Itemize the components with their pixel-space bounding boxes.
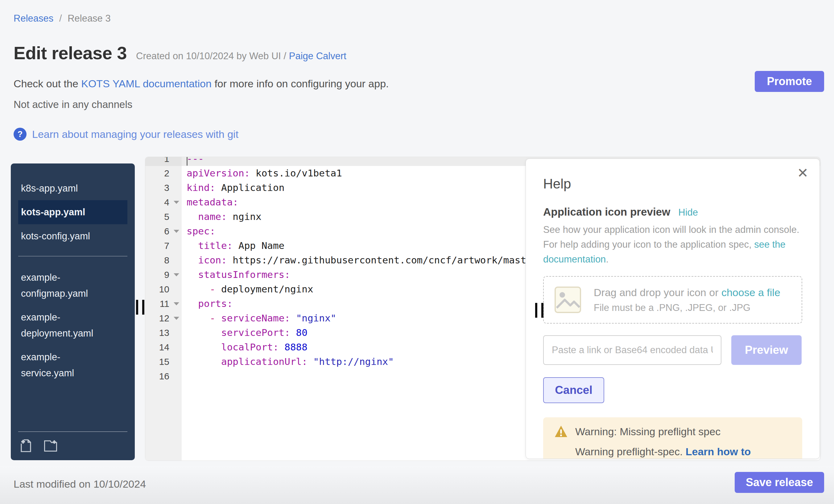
resize-bar xyxy=(136,300,138,314)
preflight-warning-box: Warning: Missing preflight spec Warning … xyxy=(543,417,802,459)
yaml-token-num: 80 xyxy=(290,327,308,338)
sidebar-bottom-toolbar xyxy=(18,432,127,454)
help-panel: ✕ Help Application icon preview Hide See… xyxy=(526,158,820,459)
file-item-example-service.yaml[interactable]: example-service.yaml xyxy=(18,345,116,385)
channel-status: Not active in any channels xyxy=(14,99,132,110)
file-list: k8s-app.yamlkots-app.yamlkots-config.yam… xyxy=(18,176,127,248)
file-tree-sidebar: k8s-app.yamlkots-app.yamlkots-config.yam… xyxy=(11,163,135,460)
close-icon[interactable]: ✕ xyxy=(797,166,808,180)
breadcrumb-separator: / xyxy=(59,13,62,24)
yaml-token-plain xyxy=(186,211,198,222)
yaml-token-plain: Application xyxy=(215,182,284,193)
line-number-11: 11 xyxy=(145,297,182,311)
yaml-token-plain: nginx xyxy=(227,211,262,222)
yaml-token-plain: kots.io/v1beta1 xyxy=(250,168,342,179)
doc-line-prefix: Check out the xyxy=(14,78,81,89)
icon-preview-title: Application icon preview xyxy=(543,206,670,218)
created-author-link[interactable]: Paige Calvert xyxy=(289,50,346,61)
line-number-3: 3 xyxy=(145,180,182,195)
git-help-link[interactable]: Learn about managing your releases with … xyxy=(32,128,238,140)
line-number-8: 8 xyxy=(145,253,182,267)
fold-arrow-icon[interactable] xyxy=(174,201,179,204)
line-number-14: 14 xyxy=(145,340,182,354)
yaml-token-key: spec: xyxy=(186,225,215,237)
line-number-4: 4 xyxy=(145,195,182,210)
icon-preview-section-header: Application icon preview Hide xyxy=(543,206,802,218)
footer: Last modified on 10/10/2024 xyxy=(0,466,834,504)
line-number-9: 9 xyxy=(145,267,182,282)
line-number-16: 16 xyxy=(145,369,182,384)
yaml-token-key: name: xyxy=(198,211,227,222)
image-placeholder-icon xyxy=(554,286,581,313)
file-item-example-deployment.yaml[interactable]: example-deployment.yaml xyxy=(18,305,116,345)
cancel-button[interactable]: Cancel xyxy=(543,377,604,403)
yaml-token-key: icon: xyxy=(198,255,227,266)
sidebar-resize-handle[interactable] xyxy=(136,300,144,314)
line-number-15: 15 xyxy=(145,354,182,369)
question-mark-icon: ? xyxy=(14,128,26,141)
line-number-1: 1 xyxy=(145,157,182,166)
icon-preview-description: See how your application icon will look … xyxy=(543,222,802,267)
line-number-13: 13 xyxy=(145,325,182,340)
add-file-icon[interactable] xyxy=(18,438,34,454)
yaml-token-key: --- xyxy=(186,157,204,164)
yaml-token-plain xyxy=(186,240,198,251)
line-number-5: 5 xyxy=(145,210,182,224)
breadcrumb-releases-link[interactable]: Releases xyxy=(14,13,53,24)
save-release-button[interactable]: Save release xyxy=(735,472,824,493)
fold-arrow-icon[interactable] xyxy=(174,230,179,233)
yaml-token-plain xyxy=(186,255,198,266)
fold-arrow-icon[interactable] xyxy=(174,317,179,320)
file-item-kots-app.yaml[interactable]: kots-app.yaml xyxy=(18,200,127,224)
file-groups: k8s-app.yamlkots-app.yamlkots-config.yam… xyxy=(11,163,135,385)
add-folder-icon[interactable] xyxy=(43,438,58,454)
icon-url-row: Preview xyxy=(543,335,802,365)
icon-dropzone[interactable]: Drag and drop your icon or choose a file… xyxy=(543,276,802,324)
resize-bar xyxy=(541,303,544,318)
file-item-k8s-app.yaml[interactable]: k8s-app.yaml xyxy=(18,176,116,200)
doc-line: Check out the KOTS YAML documentation fo… xyxy=(14,78,389,90)
dropzone-line1: Drag and drop your icon or xyxy=(594,287,721,298)
text-cursor xyxy=(186,157,188,166)
yaml-token-plain xyxy=(186,312,210,324)
line-number-10: 10 xyxy=(145,282,182,297)
help-panel-title: Help xyxy=(543,176,802,192)
kots-yaml-doc-link[interactable]: KOTS YAML documentation xyxy=(81,78,212,89)
yaml-token-dash: - xyxy=(210,312,216,324)
file-list-divider xyxy=(18,256,127,256)
created-text: Created on 10/10/2024 by Web UI / xyxy=(136,50,286,61)
yaml-token-plain xyxy=(186,342,221,353)
file-item-example-configmap.yaml[interactable]: example-configmap.yaml xyxy=(18,266,116,305)
fold-arrow-icon[interactable] xyxy=(174,273,179,276)
line-number-12: 12 xyxy=(145,311,182,325)
yaml-token-key: title: xyxy=(198,240,233,251)
promote-button[interactable]: Promote xyxy=(755,71,824,92)
yaml-token-plain xyxy=(186,356,221,367)
page-title: Edit release 3 xyxy=(14,43,127,63)
last-modified-text: Last modified on 10/10/2024 xyxy=(14,478,146,490)
doc-line-suffix: for more info on configuring your app. xyxy=(212,78,389,89)
yaml-token-plain xyxy=(186,327,221,338)
yaml-token-str: "http://nginx" xyxy=(308,356,394,367)
help-panel-resize-handle[interactable] xyxy=(535,303,544,318)
yaml-token-plain: App Name xyxy=(233,240,284,251)
fold-arrow-icon[interactable] xyxy=(174,302,179,305)
yaml-token-key: ports: xyxy=(198,298,233,309)
yaml-token-dash: - xyxy=(210,283,216,294)
icon-url-input[interactable] xyxy=(543,335,721,365)
file-item-kots-config.yaml[interactable]: kots-config.yaml xyxy=(18,224,116,248)
hide-link[interactable]: Hide xyxy=(678,207,698,218)
preview-button[interactable]: Preview xyxy=(731,335,802,365)
warning-triangle-icon xyxy=(554,425,568,438)
yaml-token-key: localPort: xyxy=(221,342,279,353)
description-period: . xyxy=(606,254,609,265)
line-number-2: 2 xyxy=(145,166,182,180)
choose-file-link[interactable]: choose a file xyxy=(721,287,780,298)
git-help-row[interactable]: ? Learn about managing your releases wit… xyxy=(14,128,238,141)
dropzone-file-types: File must be a .PNG, .JPEG, or .JPG xyxy=(594,302,780,313)
editor-gutter: 12345678910111213141516 xyxy=(145,157,182,461)
dropzone-text: Drag and drop your icon or choose a file… xyxy=(594,287,780,313)
resize-bar xyxy=(142,300,144,314)
resize-bar xyxy=(535,303,537,318)
line-number-7: 7 xyxy=(145,238,182,253)
